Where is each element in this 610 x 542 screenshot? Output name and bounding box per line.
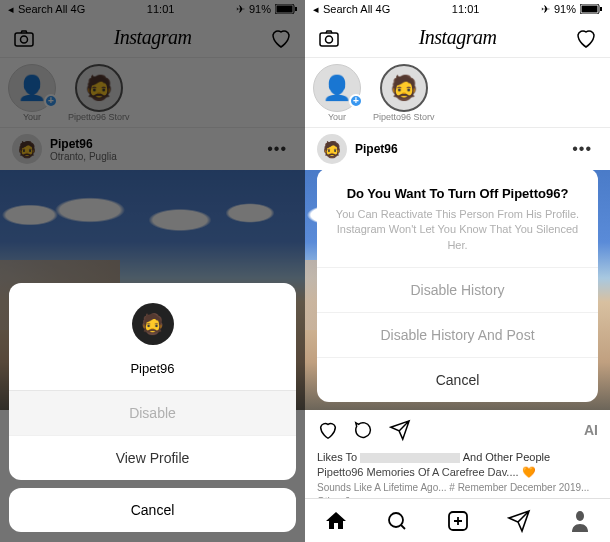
like-icon[interactable] xyxy=(317,419,339,441)
dialog-title: Do You Want To Turn Off Pipetto96? xyxy=(317,168,598,207)
disable-button[interactable]: Disable xyxy=(9,390,296,435)
tab-bar xyxy=(305,498,610,542)
activity-icon[interactable] xyxy=(574,26,598,50)
svg-point-12 xyxy=(576,511,584,521)
left-screen: ◂ Search All 4G 11:01 ✈ 91% Instagram 👤 … xyxy=(0,0,305,542)
battery-icon xyxy=(580,4,602,14)
svg-rect-8 xyxy=(320,33,338,46)
instagram-logo: Instagram xyxy=(419,26,497,49)
camera-icon[interactable] xyxy=(317,26,341,50)
likes-redacted xyxy=(360,453,460,463)
back-caret: ◂ xyxy=(313,3,319,16)
sheet-username: Pipet96 xyxy=(23,361,282,376)
app-header: Instagram xyxy=(305,18,610,58)
battery-percent: 91% xyxy=(554,3,576,15)
svg-rect-7 xyxy=(600,7,602,11)
post-avatar[interactable]: 🧔 xyxy=(317,134,347,164)
action-sheet: 🧔 Pipet96 Disable View Profile xyxy=(9,283,296,480)
new-post-tab-icon[interactable] xyxy=(446,509,470,533)
story-item[interactable]: 🧔 Pipetto96 Storv xyxy=(373,64,435,122)
activity-tab-icon[interactable] xyxy=(507,509,531,533)
confirm-dialog: Do You Want To Turn Off Pipetto96? You C… xyxy=(317,168,598,402)
location-icon: ✈ xyxy=(541,3,550,16)
modal-overlay: 🧔 Pipet96 Disable View Profile Cancel xyxy=(0,0,305,542)
comment-icon[interactable] xyxy=(353,419,375,441)
bookmark-label: AI xyxy=(584,422,598,438)
post-header: 🧔 Pipet96 ••• xyxy=(305,128,610,170)
sheet-avatar: 🧔 xyxy=(132,303,174,345)
disable-history-post-button[interactable]: Disable History And Post xyxy=(317,312,598,357)
home-tab-icon[interactable] xyxy=(324,509,348,533)
post-username[interactable]: Pipet96 xyxy=(355,142,558,156)
svg-point-10 xyxy=(389,513,403,527)
disable-history-button[interactable]: Disable History xyxy=(317,267,598,312)
likes-prefix: Likes To xyxy=(317,451,357,463)
share-icon[interactable] xyxy=(389,419,411,441)
profile-tab-icon[interactable] xyxy=(568,509,592,533)
right-screen: ◂ Search All 4G 11:01 ✈ 91% Instagram 👤 … xyxy=(305,0,610,542)
more-icon[interactable]: ••• xyxy=(566,134,598,164)
svg-rect-6 xyxy=(581,6,597,13)
view-profile-button[interactable]: View Profile xyxy=(9,435,296,480)
stories-row[interactable]: 👤 + Your 🧔 Pipetto96 Storv xyxy=(305,58,610,128)
likes-suffix: And Other People xyxy=(463,451,550,463)
post-actions-row: AI xyxy=(305,410,610,450)
carrier-label: Search All 4G xyxy=(323,3,390,15)
your-story[interactable]: 👤 + Your xyxy=(313,64,361,122)
status-bar: ◂ Search All 4G 11:01 ✈ 91% xyxy=(305,0,610,18)
svg-point-9 xyxy=(326,36,333,43)
story-label: Your xyxy=(328,112,346,122)
story-label: Pipetto96 Storv xyxy=(373,112,435,122)
search-tab-icon[interactable] xyxy=(385,509,409,533)
clock: 11:01 xyxy=(452,3,480,15)
post-caption: Pipetto96 Memories Of A Carefree Dav....… xyxy=(317,465,598,480)
cancel-button[interactable]: Cancel xyxy=(317,357,598,402)
cancel-button[interactable]: Cancel xyxy=(9,488,296,532)
dialog-subtitle: You Can Reactivate This Person From His … xyxy=(317,207,598,267)
add-story-icon: + xyxy=(349,94,363,108)
